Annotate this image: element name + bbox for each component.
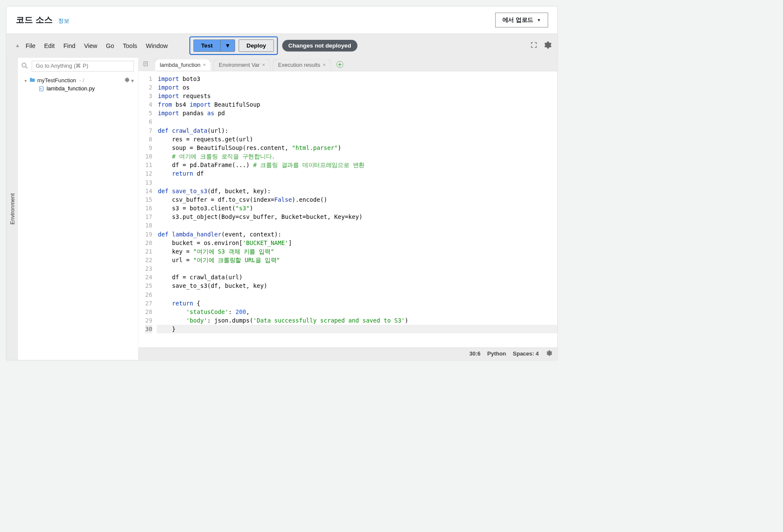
add-tab-button[interactable]: + <box>336 61 343 68</box>
line-gutter: 1234567891011121314151617181920212223242… <box>138 71 156 347</box>
caret-down-icon: ▼ <box>537 18 541 22</box>
page-title: 코드 소스 <box>16 14 53 26</box>
caret-down-icon: ▼ <box>225 42 231 49</box>
menu-item-tools[interactable]: Tools <box>123 42 137 49</box>
code-line: return df <box>157 169 557 178</box>
code-line <box>157 221 557 230</box>
language-mode[interactable]: Python <box>487 351 506 357</box>
test-deploy-highlight: Test ▼ Deploy <box>189 36 278 55</box>
goto-anything-input[interactable] <box>32 61 134 72</box>
code-line <box>157 178 557 186</box>
deploy-status-badge: Changes not deployed <box>282 40 358 51</box>
svg-point-0 <box>22 63 26 67</box>
editor-tabs: lambda_function×Environment Var×Executio… <box>138 58 557 72</box>
upload-from-button[interactable]: 에서 업로드 ▼ <box>495 13 548 28</box>
menu-bar: FileEditFindViewGoToolsWindow <box>26 42 168 49</box>
code-line: key = "여기에 S3 객체 키를 입력" <box>157 247 557 256</box>
file-icon <box>39 86 44 92</box>
svg-line-1 <box>26 66 27 68</box>
menu-item-window[interactable]: Window <box>146 42 167 49</box>
search-icon[interactable] <box>21 62 29 71</box>
code-line: res = requests.get(url) <box>157 135 557 143</box>
fullscreen-icon[interactable] <box>530 41 538 50</box>
upload-from-label: 에서 업로드 <box>502 16 533 24</box>
gear-icon[interactable] <box>543 41 552 51</box>
code-line: import os <box>157 83 557 92</box>
code-line: import pandas as pd <box>157 109 557 117</box>
menu-item-find[interactable]: Find <box>63 42 75 49</box>
code-line: } <box>157 325 557 333</box>
code-line: def lambda_handler(event, context): <box>157 230 557 238</box>
indent-mode[interactable]: Spaces: 4 <box>513 351 539 357</box>
code-line: s3.put_object(Body=csv_buffer, Bucket=bu… <box>157 212 557 221</box>
menu-item-file[interactable]: File <box>26 42 36 49</box>
tree-file-label: lambda_function.py <box>47 85 95 92</box>
tree-root-label: myTestFunction <box>37 78 76 84</box>
code-line: url = "여기에 크롤링할 URL을 입력" <box>157 256 557 264</box>
menu-item-edit[interactable]: Edit <box>44 42 55 49</box>
code-line: save_to_s3(df, bucket, key) <box>157 281 557 290</box>
code-line: df = pd.DataFrame(...) # 크롤링 결과를 데이터프레임으… <box>157 161 557 169</box>
code-line: soup = BeautifulSoup(res.content, "html.… <box>157 143 557 152</box>
code-line: bucket = os.environ['BUCKET_NAME'] <box>157 239 557 247</box>
folder-icon <box>29 78 35 84</box>
code-line: def crawl_data(url): <box>157 126 557 134</box>
code-line: import boto3 <box>157 75 557 83</box>
code-line: s3 = boto3.client("s3") <box>157 204 557 212</box>
tab-label: Execution results <box>278 62 320 68</box>
close-icon[interactable]: × <box>203 62 206 68</box>
editor-tab[interactable]: Environment Var× <box>214 59 271 70</box>
close-icon[interactable]: × <box>323 62 326 68</box>
code-line: return { <box>157 299 557 308</box>
tree-slash: - / <box>79 78 84 84</box>
cursor-position[interactable]: 30:6 <box>469 351 481 357</box>
tab-label: Environment Var <box>219 62 260 68</box>
environment-rail-tab[interactable]: Environment <box>6 58 18 360</box>
code-line: # 여기에 크롤링 로직을 구현합니다. <box>157 152 557 161</box>
collapse-icon[interactable]: ▲ <box>15 43 20 48</box>
code-line: csv_buffer = df.to_csv(index=False).enco… <box>157 195 557 204</box>
tab-label: lambda_function <box>160 62 200 68</box>
gear-icon[interactable]: ▾ <box>124 77 134 84</box>
test-button[interactable]: Test <box>193 39 220 52</box>
code-line <box>157 290 557 299</box>
close-icon[interactable]: × <box>262 62 265 68</box>
chevron-down-icon: ▼ <box>24 78 27 83</box>
code-line <box>157 264 557 273</box>
tree-file-item[interactable]: lambda_function.py <box>24 85 134 92</box>
editor-tab[interactable]: lambda_function× <box>155 59 211 70</box>
tree-root-folder[interactable]: ▼ myTestFunction - / ▾ <box>24 76 134 85</box>
test-dropdown-button[interactable]: ▼ <box>220 39 235 52</box>
code-line: 'statusCode': 200, <box>157 308 557 316</box>
code-line: def save_to_s3(df, bucket, key): <box>157 187 557 195</box>
code-line: df = crawl_data(url) <box>157 273 557 281</box>
code-line: import requests <box>157 92 557 100</box>
deploy-button[interactable]: Deploy <box>239 39 274 52</box>
info-link[interactable]: 정보 <box>58 17 69 24</box>
code-line: from bs4 import BeautifulSoup <box>157 100 557 109</box>
outline-icon[interactable] <box>143 60 149 68</box>
code-line <box>157 117 557 126</box>
gear-icon[interactable] <box>546 350 553 358</box>
code-editor[interactable]: import boto3import osimport requestsfrom… <box>157 71 557 347</box>
menu-item-view[interactable]: View <box>84 42 97 49</box>
editor-tab[interactable]: Execution results× <box>273 59 331 70</box>
menu-item-go[interactable]: Go <box>106 42 114 49</box>
code-line: 'body': json.dumps('Data successfully sc… <box>157 316 557 325</box>
